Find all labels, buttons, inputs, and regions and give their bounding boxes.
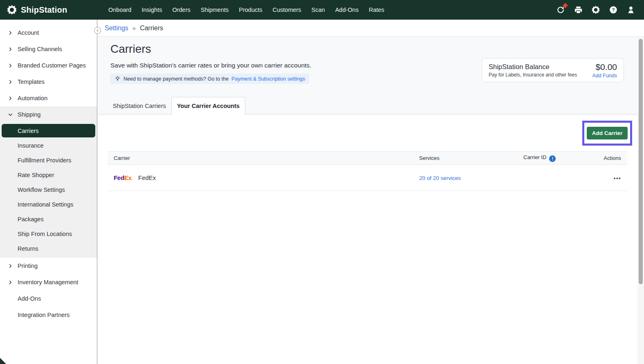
chevron-right-icon [8, 280, 18, 285]
nav-item-addons[interactable]: Add-Ons [335, 7, 359, 13]
sidebar-item-ship-from-locations[interactable]: Ship From Locations [0, 227, 97, 241]
carrier-cell: FedEx. FedEx [108, 174, 419, 181]
sidebar-item-rate-shopper[interactable]: Rate Shopper [0, 168, 97, 182]
balance-title: ShipStation Balance [489, 63, 577, 71]
table-header-row: Carrier Services Carrier ID! Actions [108, 151, 627, 165]
page-subtitle: Save with ShipStation's carrier rates or… [110, 62, 311, 69]
sidebar-item-inventory-management[interactable]: Inventory Management [0, 274, 97, 290]
main-nav: Onboard Insights Orders Shipments Produc… [108, 0, 384, 20]
services-cell: 20 of 20 services [419, 174, 523, 182]
nav-item-orders[interactable]: Orders [172, 7, 190, 13]
brand-name: ShipStation [21, 5, 67, 15]
info-icon[interactable]: ! [549, 155, 556, 162]
add-carrier-button[interactable]: Add Carrier [587, 127, 628, 139]
sidebar-item-carriers-selected[interactable]: Carriers [2, 124, 95, 137]
fedex-logo-ex: Ex [124, 174, 132, 181]
column-header-carrier: Carrier [108, 155, 419, 161]
shipstation-balance-card: ShipStation Balance Pay for Labels, Insu… [482, 58, 624, 82]
sidebar-item-fulfillment-providers[interactable]: Fulfillment Providers [0, 153, 97, 168]
sidebar-item-label: Account [18, 29, 39, 36]
sidebar-item-workflow-settings[interactable]: Workflow Settings [0, 182, 97, 197]
nav-item-products[interactable]: Products [239, 7, 262, 13]
nav-item-shipments[interactable]: Shipments [201, 7, 229, 13]
sidebar-shipping-group: Shipping Carriers Insurance Fulfillment … [0, 106, 97, 258]
settings-gear-icon[interactable] [591, 5, 601, 15]
sidebar-item-returns[interactable]: Returns [0, 241, 97, 256]
sidebar-item-label: Branded Customer Pages [18, 62, 86, 69]
sidebar-item-templates[interactable]: Templates [0, 74, 97, 90]
column-header-carrier-id: Carrier ID! [523, 154, 601, 162]
tab-shipstation-carriers[interactable]: ShipStation Carriers [108, 97, 171, 115]
nav-item-scan[interactable]: Scan [312, 7, 325, 13]
sidebar-item-label: Printing [18, 263, 38, 269]
sidebar-item-label: Inventory Management [18, 279, 78, 285]
nav-item-customers[interactable]: Customers [273, 7, 301, 13]
page-title: Carriers [110, 43, 151, 56]
carrier-tabs: ShipStation Carriers Your Carrier Accoun… [108, 97, 245, 115]
sidebar-item-selling-channels[interactable]: Selling Channels [0, 41, 97, 57]
carrier-accounts-table: Carrier Services Carrier ID! Actions Fed… [108, 151, 627, 191]
lightbulb-icon [114, 76, 121, 82]
sidebar-item-label: Templates [18, 79, 45, 85]
breadcrumb: Settings » Carriers [98, 20, 644, 37]
balance-info: ShipStation Balance Pay for Labels, Insu… [489, 63, 577, 78]
column-header-services: Services [419, 155, 523, 161]
corner-widget [0, 358, 6, 364]
sidebar-item-branded-customer-pages[interactable]: Branded Customer Pages [0, 57, 97, 74]
breadcrumb-settings-link[interactable]: Settings [105, 25, 128, 32]
row-actions-menu-icon[interactable]: ••• [614, 175, 621, 181]
page-header-section: Carriers Save with ShipStation's carrier… [98, 37, 644, 115]
sidebar-item-international-settings[interactable]: International Settings [0, 197, 97, 212]
sidebar-item-automation[interactable]: Automation [0, 90, 97, 106]
fedex-logo: FedEx. [114, 174, 132, 181]
chevron-right-icon [8, 80, 18, 84]
column-header-actions: Actions [601, 155, 627, 161]
tab-your-carrier-accounts[interactable]: Your Carrier Accounts [171, 97, 245, 115]
carrier-id-label: Carrier ID [523, 154, 546, 160]
shipstation-gear-icon [7, 4, 17, 15]
sidebar-item-add-ons[interactable]: Add-Ons [0, 290, 97, 307]
payment-tip-banner: Need to manage payment methods? Go to th… [110, 74, 309, 84]
add-funds-link[interactable]: Add Funds [592, 73, 617, 79]
nav-item-rates[interactable]: Rates [369, 7, 384, 13]
sidebar-item-label: Shipping [18, 111, 40, 118]
shipstation-logo[interactable]: ShipStation [7, 0, 67, 20]
sidebar-item-label: Automation [18, 95, 47, 101]
nav-item-insights[interactable]: Insights [141, 7, 162, 13]
chevron-right-icon [8, 47, 18, 52]
sidebar-item-shipping[interactable]: Shipping [0, 106, 97, 123]
account-user-icon[interactable] [626, 5, 636, 15]
scrollbar-thumb[interactable] [639, 39, 643, 284]
sidebar-item-integration-partners[interactable]: Integration Partners [0, 307, 97, 323]
tab-content: Add Carrier Carrier Services Carrier ID!… [98, 115, 644, 364]
navbar-icon-group: ? [556, 0, 636, 20]
sidebar-item-label: Selling Channels [18, 46, 62, 52]
payment-tip-text: Need to manage payment methods? Go to th… [123, 76, 229, 82]
nav-item-onboard[interactable]: Onboard [108, 7, 131, 13]
chevron-right-icon [8, 264, 18, 268]
help-glyph: ? [612, 7, 615, 12]
balance-amount: $0.00 [592, 62, 617, 72]
chevron-right-icon [8, 31, 18, 35]
scrollbar-track [637, 37, 644, 364]
main-content: Settings » Carriers Carriers Save with S… [98, 20, 644, 364]
top-navbar: ShipStation Onboard Insights Orders Ship… [0, 0, 644, 20]
chevron-right-icon [8, 63, 18, 68]
table-row-fedex: FedEx. FedEx 20 of 20 services ••• [108, 165, 627, 191]
fedex-logo-dot: . [132, 176, 132, 181]
print-icon[interactable] [573, 5, 583, 15]
balance-amount-block: $0.00 Add Funds [592, 62, 617, 79]
sidebar-item-insurance[interactable]: Insurance [0, 138, 97, 153]
chevron-down-icon [8, 112, 18, 117]
refresh-icon[interactable] [556, 5, 565, 15]
payment-subscription-settings-link[interactable]: Payment & Subscription settings [231, 76, 305, 82]
sidebar-item-account[interactable]: Account [0, 25, 97, 41]
fedex-logo-fed: Fed [114, 174, 124, 181]
sidebar-item-printing[interactable]: Printing [0, 258, 97, 274]
chevron-right-icon [8, 96, 18, 101]
help-icon[interactable]: ? [608, 5, 618, 15]
sidebar-item-packages[interactable]: Packages [0, 212, 97, 227]
breadcrumb-separator: » [132, 25, 136, 31]
sidebar-collapse-icon[interactable]: ‹ [94, 27, 101, 34]
services-link[interactable]: 20 of 20 services [419, 175, 461, 181]
